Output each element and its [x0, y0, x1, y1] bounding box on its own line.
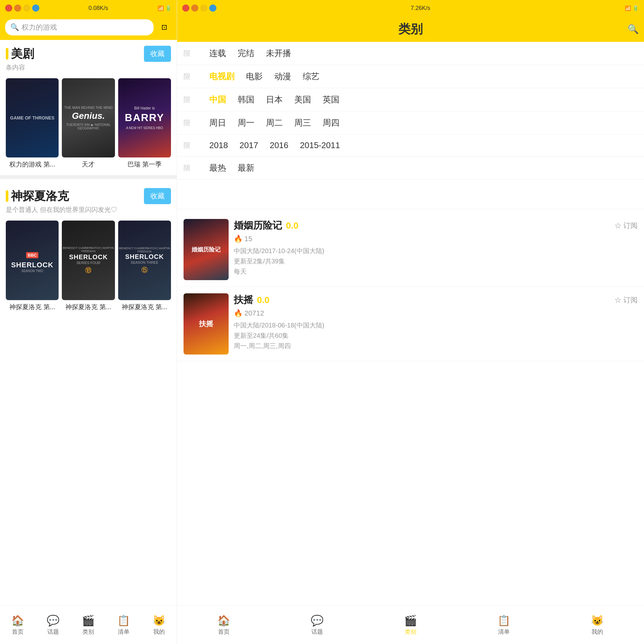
filter-row-2: 限 中国 韩国 日本 美国 英国 [177, 88, 644, 111]
filter-label-2: 限 [184, 95, 209, 105]
category-panel: 类别 🔍 限 连载 完结 未开播 限 电视剧 电影 动漫 [177, 16, 644, 209]
scan-icon: ⊡ [161, 23, 167, 32]
filter-option-sun[interactable]: 周日 [209, 117, 226, 128]
filter-option-2017[interactable]: 2017 [240, 140, 258, 150]
filter-row-1: 限 电视剧 电影 动漫 综艺 [177, 65, 644, 88]
card-barry-label: 巴瑞 第一季 [118, 160, 171, 169]
filter-option-new[interactable]: 最新 [238, 162, 254, 174]
show-meta-fuyao: 中国大陆/2018-06-18(中国大陆) 更新至24集/共60集 周一,周二,… [234, 320, 638, 351]
subscribe-btn-fuyao[interactable]: ☆ 订阅 [614, 295, 638, 305]
filter-options-1: 电视剧 电影 动漫 综艺 [209, 71, 319, 82]
nav-home-right[interactable]: 🏠 首页 [177, 614, 270, 636]
dot-yellow [23, 5, 30, 12]
mine-icon-left: 😺 [153, 614, 166, 627]
category-header: 类别 🔍 [177, 16, 644, 42]
section1-collect-btn[interactable]: 收藏 [144, 46, 171, 62]
section1-title: 美剧 [11, 46, 34, 62]
show-hot-value-marriage: 15 [244, 235, 252, 243]
filter-option-china[interactable]: 中国 [209, 94, 226, 105]
bottom-nav-right: 🏠 首页 💬 话题 🎬 类别 📋 清单 😺 我的 [177, 605, 644, 644]
category-search-icon[interactable]: 🔍 [628, 24, 639, 34]
card-barry[interactable]: Bill Hader is BARRY A NEW HIT SERIES HBO… [118, 78, 171, 169]
filter-option-variety[interactable]: 综艺 [303, 71, 319, 82]
nav-topic-left[interactable]: 💬 话题 [35, 614, 71, 636]
nav-mine-right[interactable]: 😺 我的 [551, 614, 644, 636]
card-genius[interactable]: THE MAN BEHIND THE MIND Genius. TUESDAYS… [62, 78, 115, 169]
filter-option-korea[interactable]: 韩国 [238, 94, 254, 105]
section2-subtitle: 是个普通人 但在我的世界里闪闪发光♡ [0, 205, 177, 217]
category-icon-left: 🎬 [82, 614, 95, 627]
nav-category-right[interactable]: 🎬 类别 [364, 614, 457, 636]
filter-option-thu[interactable]: 周四 [323, 117, 339, 128]
show-meta3-fuyao: 周一,周二,周三,周四 [234, 341, 638, 351]
filter-option-hot[interactable]: 最热 [209, 162, 226, 174]
search-placeholder-left: 权力的游戏 [22, 23, 57, 32]
nav-topic-right[interactable]: 💬 话题 [270, 614, 364, 636]
poster-fuyao: 扶摇 [184, 293, 229, 355]
show-meta2-fuyao: 更新至24集/共60集 [234, 330, 638, 341]
card-got[interactable]: GAME OF THRONES 权力的游戏 第... [6, 78, 59, 169]
subscribe-btn-marriage[interactable]: ☆ 订阅 [614, 221, 638, 231]
dot-red-r [182, 5, 189, 12]
filter-option-movie[interactable]: 电影 [246, 71, 263, 82]
filter-option-weikaibo[interactable]: 未开播 [266, 48, 291, 59]
dot-yellow-r [200, 5, 207, 12]
filter-option-lianzai[interactable]: 连载 [209, 48, 226, 59]
show-title-fuyao: 扶摇 [234, 293, 253, 307]
filter-option-tue[interactable]: 周二 [266, 117, 283, 128]
mine-icon-right: 😺 [591, 614, 604, 627]
topic-icon-left: 💬 [47, 614, 60, 627]
section2-header: 神探夏洛克 收藏 [0, 182, 177, 205]
poster-barry: Bill Hader is BARRY A NEW HIT SERIES HBO [118, 78, 171, 157]
nav-category-left[interactable]: 🎬 类别 [71, 614, 106, 636]
filter-option-mon[interactable]: 周一 [238, 117, 254, 128]
section1-dot [6, 48, 8, 60]
bottom-nav-left: 🏠 首页 💬 话题 🎬 类别 📋 清单 😺 我的 [0, 605, 177, 644]
filter-option-japan[interactable]: 日本 [266, 94, 283, 105]
filter-options-3: 周日 周一 周二 周三 周四 [209, 117, 339, 128]
show-item-fuyao[interactable]: 扶摇 扶摇 0.0 ☆ 订阅 🔥 20712 中国大陆/2018-06-18(中… [177, 287, 644, 361]
card-sherlock2[interactable]: BENEDICT CUMBERBATCH | MARTIN FREEMAN SH… [62, 221, 115, 311]
dot-blue-r [209, 5, 216, 12]
show-hot-marriage: 🔥 15 [234, 235, 638, 243]
nav-topic-label-left: 话题 [47, 628, 59, 636]
filter-label-0: 限 [184, 49, 209, 58]
search-input-wrap[interactable]: 🔍 权力的游戏 [5, 19, 154, 35]
filter-option-wanjie[interactable]: 完结 [238, 48, 254, 59]
card-sherlock3-label: 神探夏洛克 第... [118, 303, 171, 311]
search-btn-left[interactable]: ⊡ [157, 20, 172, 35]
filter-option-wed[interactable]: 周三 [294, 117, 311, 128]
show-rating-marriage: 0.0 [286, 221, 298, 231]
card-sherlock3[interactable]: BENEDICT CUMBERBATCH | MARTIN FREEMAN SH… [118, 221, 171, 311]
show-title-marriage: 婚姻历险记 [234, 219, 282, 232]
poster-marriage-text: 婚姻历险记 [190, 244, 223, 255]
filter-option-usa[interactable]: 美国 [294, 94, 311, 105]
filter-row-4: 限 2018 2017 2016 2015-2011 [177, 135, 644, 156]
show-info-fuyao: 扶摇 0.0 ☆ 订阅 🔥 20712 中国大陆/2018-06-18(中国大陆… [234, 293, 638, 355]
filter-option-tvshow[interactable]: 电视剧 [209, 71, 234, 82]
filter-option-2016[interactable]: 2016 [270, 140, 289, 150]
filter-option-2015-2011[interactable]: 2015-2011 [300, 140, 340, 150]
nav-list-left[interactable]: 📋 清单 [106, 614, 141, 636]
section2-title: 神探夏洛克 [11, 188, 69, 204]
filter-option-anime[interactable]: 动漫 [274, 71, 291, 82]
filter-row-5: 限 最热 最新 [177, 156, 644, 180]
nav-list-right[interactable]: 📋 清单 [457, 614, 551, 636]
filter-row-3: 限 周日 周一 周二 周三 周四 [177, 111, 644, 135]
filter-option-2018[interactable]: 2018 [209, 140, 228, 150]
section2-collect-btn[interactable]: 收藏 [144, 188, 171, 204]
search-icon-left: 🔍 [10, 23, 19, 32]
nav-mine-left[interactable]: 😺 我的 [141, 614, 177, 636]
filter-option-uk[interactable]: 英国 [323, 94, 339, 105]
show-meta1-marriage: 中国大陆/2017-10-24(中国大陆) [234, 246, 638, 256]
home-icon-left: 🏠 [11, 614, 24, 627]
nav-category-label-left: 类别 [82, 628, 94, 636]
nav-home-label-left: 首页 [12, 628, 24, 636]
show-hot-fuyao: 🔥 20712 [234, 309, 638, 317]
fire-icon-fuyao: 🔥 [234, 309, 242, 317]
nav-home-left[interactable]: 🏠 首页 [0, 614, 35, 636]
card-sherlock1[interactable]: BBC SHERLOCK SEASON TWO 神探夏洛克 第... [6, 221, 59, 311]
nav-category-label-right: 类别 [405, 628, 416, 636]
nav-mine-label-left: 我的 [153, 628, 165, 636]
show-item-marriage[interactable]: 婚姻历险记 婚姻历险记 0.0 ☆ 订阅 🔥 15 中国大陆/2017-10-2… [177, 213, 644, 287]
